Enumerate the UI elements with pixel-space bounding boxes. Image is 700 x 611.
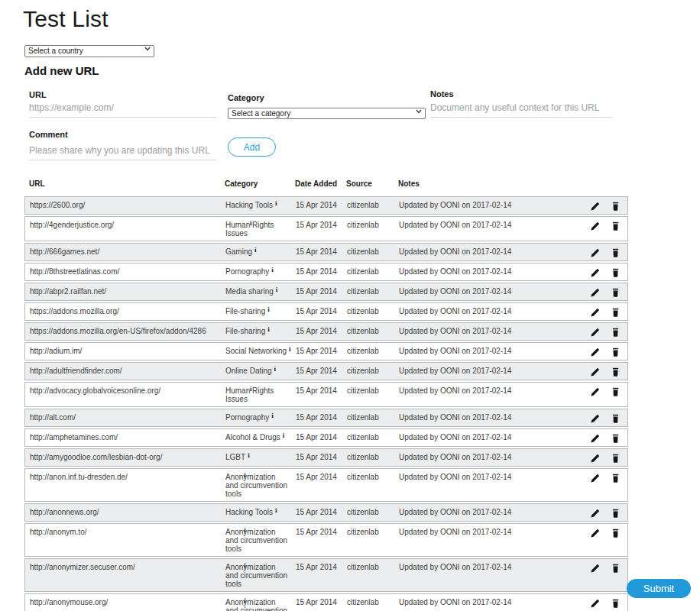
notes-cell: Updated by OONI on 2017-02-14: [394, 363, 585, 380]
delete-button[interactable]: [611, 307, 621, 318]
delete-button[interactable]: [611, 221, 621, 231]
edit-button[interactable]: [590, 433, 601, 444]
url-cell: http://anonnews.org/: [25, 504, 221, 521]
info-icon[interactable]: i: [274, 365, 277, 373]
delete-button[interactable]: [611, 598, 621, 609]
notes-input[interactable]: [430, 101, 612, 118]
info-icon[interactable]: i: [244, 596, 246, 605]
edit-button[interactable]: [590, 528, 601, 538]
edit-button[interactable]: [590, 598, 601, 609]
add-button[interactable]: Add: [228, 137, 276, 157]
trash-icon: [611, 347, 621, 357]
info-icon[interactable]: i: [244, 526, 246, 535]
table-row: https://addons.mozilla.org/en-US/firefox…: [24, 322, 628, 341]
notes-label: Notes: [430, 89, 454, 99]
info-icon[interactable]: i: [254, 246, 257, 254]
url-input[interactable]: [29, 101, 216, 118]
info-icon[interactable]: i: [289, 345, 291, 354]
date-added-cell: 15 Apr 2014: [291, 469, 342, 501]
delete-button[interactable]: [611, 413, 621, 424]
delete-button[interactable]: [611, 347, 621, 357]
delete-button[interactable]: [611, 367, 621, 377]
info-icon[interactable]: i: [271, 412, 274, 420]
pencil-icon: [590, 287, 601, 298]
edit-button[interactable]: [590, 367, 601, 377]
delete-button[interactable]: [611, 563, 621, 574]
info-icon[interactable]: i: [248, 451, 250, 460]
info-icon[interactable]: i: [267, 325, 270, 334]
notes-cell: Updated by OONI on 2017-02-14: [394, 383, 585, 406]
category-cell: Online Datingi: [221, 363, 291, 380]
table-row: http://advocacy.globalvoicesonline.org/ …: [24, 382, 628, 407]
comment-input[interactable]: [29, 144, 216, 160]
category-select[interactable]: Select a category: [228, 108, 426, 119]
comment-label: Comment: [29, 130, 68, 139]
trash-icon: [611, 433, 621, 444]
row-actions: [585, 263, 627, 280]
row-actions: [585, 559, 627, 591]
source-cell: citizenlab: [342, 263, 394, 280]
row-actions: [585, 594, 627, 611]
category-cell: Hacking Toolsi: [221, 504, 291, 521]
info-icon[interactable]: i: [275, 199, 277, 208]
trash-icon: [611, 528, 621, 538]
row-actions: [585, 244, 627, 260]
delete-button[interactable]: [611, 386, 621, 397]
header-source: Source: [342, 176, 394, 191]
delete-button[interactable]: [611, 433, 621, 444]
trash-icon: [611, 563, 621, 574]
delete-button[interactable]: [611, 453, 621, 464]
edit-button[interactable]: [590, 287, 601, 298]
info-icon[interactable]: i: [250, 385, 252, 393]
trash-icon: [611, 221, 621, 231]
row-actions: [585, 283, 627, 300]
delete-button[interactable]: [611, 201, 621, 212]
delete-button[interactable]: [611, 327, 621, 338]
info-icon[interactable]: i: [275, 506, 277, 515]
row-actions: [585, 524, 627, 556]
edit-button[interactable]: [590, 347, 601, 357]
pencil-icon: [590, 307, 601, 318]
info-icon[interactable]: i: [250, 219, 252, 228]
submit-button[interactable]: Submit: [627, 579, 691, 598]
notes-cell: Updated by OONI on 2017-02-14: [394, 244, 585, 260]
country-select[interactable]: Select a country: [24, 45, 154, 57]
url-cell: https://addons.mozilla.org/en-US/firefox…: [25, 323, 221, 340]
trash-icon: [611, 508, 621, 519]
info-icon[interactable]: i: [276, 286, 278, 294]
edit-button[interactable]: [590, 267, 601, 278]
country-select-wrap: Select a country: [24, 43, 154, 55]
edit-button[interactable]: [590, 327, 601, 338]
table-row: https://addons.mozilla.org/ File-sharing…: [24, 302, 628, 321]
edit-button[interactable]: [590, 221, 601, 231]
delete-button[interactable]: [611, 473, 621, 483]
url-table: URL Category Date Added Source Notes htt…: [24, 173, 628, 611]
row-actions: [585, 449, 627, 466]
edit-button[interactable]: [590, 453, 601, 464]
url-cell: http://anonym.to/: [25, 524, 221, 556]
delete-button[interactable]: [611, 247, 621, 258]
info-icon[interactable]: i: [267, 306, 270, 314]
info-icon[interactable]: i: [283, 432, 285, 440]
edit-button[interactable]: [590, 247, 601, 258]
delete-button[interactable]: [611, 267, 621, 278]
source-cell: citizenlab: [342, 429, 394, 446]
delete-button[interactable]: [611, 287, 621, 298]
delete-button[interactable]: [611, 528, 621, 538]
edit-button[interactable]: [590, 307, 601, 318]
delete-button[interactable]: [611, 508, 621, 519]
url-table-body: https://2600.org/ Hacking Toolsi 15 Apr …: [24, 196, 628, 611]
pencil-icon: [590, 221, 601, 231]
category-cell: Pornographyi: [221, 263, 291, 280]
edit-button[interactable]: [590, 413, 601, 424]
info-icon[interactable]: i: [244, 561, 246, 570]
edit-button[interactable]: [590, 201, 601, 212]
edit-button[interactable]: [590, 386, 601, 397]
edit-button[interactable]: [590, 473, 601, 483]
info-icon[interactable]: i: [271, 266, 274, 274]
notes-cell: Updated by OONI on 2017-02-14: [394, 263, 585, 280]
source-cell: citizenlab: [342, 303, 394, 320]
edit-button[interactable]: [590, 563, 601, 574]
edit-button[interactable]: [590, 508, 601, 519]
info-icon[interactable]: i: [244, 471, 246, 480]
